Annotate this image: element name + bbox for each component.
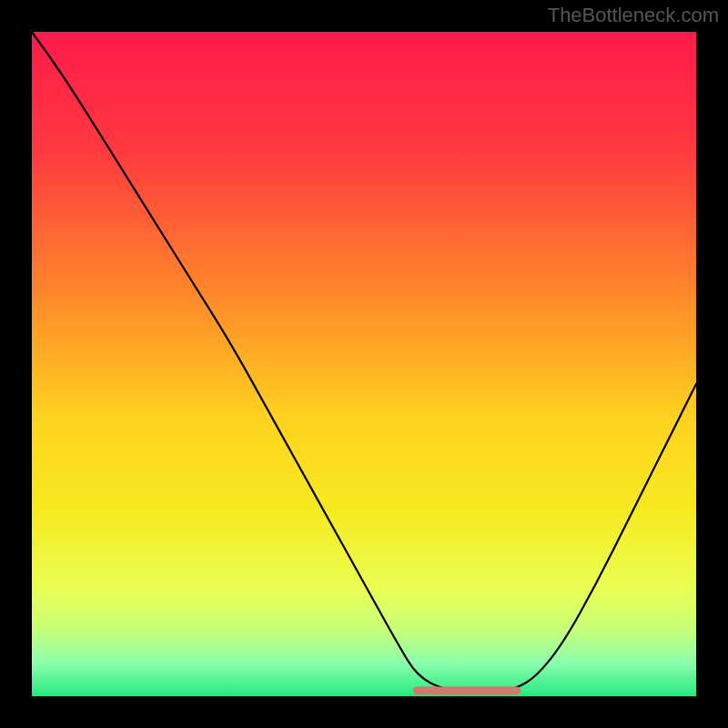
bottleneck-chart [32, 32, 696, 696]
watermark-label: TheBottleneck.com [548, 4, 719, 27]
gradient-background [32, 32, 696, 696]
chart-frame: TheBottleneck.com [0, 0, 728, 728]
